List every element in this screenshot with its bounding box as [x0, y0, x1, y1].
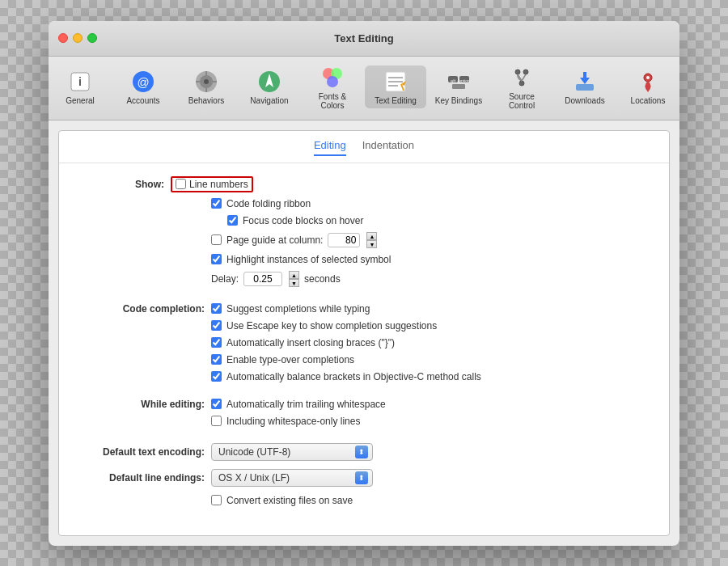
- while-editing-items: Automatically trim trailing whitespace I…: [211, 399, 386, 427]
- trim-whitespace-row: Automatically trim trailing whitespace: [211, 399, 386, 410]
- closing-braces-checkbox[interactable]: [211, 337, 222, 348]
- source-control-icon: [509, 65, 535, 91]
- close-button[interactable]: [58, 33, 68, 43]
- navigation-label: Navigation: [250, 96, 288, 105]
- svg-text:@: @: [137, 75, 149, 89]
- closing-braces-label: Automatically insert closing braces ("}"…: [226, 337, 395, 348]
- downloads-label: Downloads: [565, 96, 604, 105]
- suggest-completions-checkbox[interactable]: [211, 303, 222, 314]
- general-icon: i: [67, 69, 93, 95]
- text-editing-label: Text Editing: [375, 96, 417, 105]
- code-completion-items: Suggest completions while typing Use Esc…: [211, 303, 481, 382]
- closing-braces-row: Automatically insert closing braces ("}"…: [211, 337, 481, 348]
- toolbar-item-key-bindings[interactable]: alt option Key Bindings: [428, 65, 489, 108]
- page-guide-value[interactable]: [328, 233, 360, 247]
- balance-brackets-checkbox[interactable]: [211, 371, 222, 382]
- convert-files-row: Convert existing files on save: [211, 495, 637, 506]
- whitespace-only-label: Including whitespace-only lines: [226, 416, 360, 427]
- escape-key-checkbox[interactable]: [211, 320, 222, 331]
- type-over-label: Enable type-over completions: [226, 354, 354, 365]
- trim-whitespace-checkbox[interactable]: [211, 399, 222, 409]
- svg-rect-35: [583, 72, 586, 80]
- tab-editing[interactable]: Editing: [314, 139, 346, 156]
- line-numbers-label: Line numbers: [189, 179, 248, 190]
- line-endings-select-wrapper: OS X / Unix (LF) Classic Mac OS (CR) Win…: [211, 469, 373, 487]
- tab-indentation[interactable]: Indentation: [362, 139, 414, 156]
- svg-text:option: option: [459, 78, 470, 83]
- show-label: Show:: [91, 179, 164, 190]
- downloads-icon: [572, 69, 598, 95]
- toolbar-item-downloads[interactable]: Downloads: [554, 65, 616, 108]
- line-numbers-row: Show: Line numbers: [91, 176, 637, 192]
- convert-files-checkbox[interactable]: [211, 495, 222, 505]
- while-editing-section: While editing: Automatically trim traili…: [91, 399, 637, 427]
- traffic-lights: [58, 33, 97, 43]
- settings-content: Show: Line numbers Code folding ribbon F…: [59, 163, 669, 519]
- whitespace-only-checkbox[interactable]: [211, 416, 222, 426]
- focus-code-checkbox[interactable]: [227, 215, 238, 226]
- focus-code-label: Focus code blocks on hover: [243, 215, 363, 226]
- maximize-button[interactable]: [87, 33, 97, 43]
- general-label: General: [66, 96, 95, 105]
- code-completion-header: Code completion: Suggest completions whi…: [91, 303, 637, 382]
- encoding-label: Default text encoding:: [91, 446, 205, 458]
- focus-code-row: Focus code blocks on hover: [227, 215, 637, 226]
- page-guide-up[interactable]: ▲: [366, 232, 377, 240]
- svg-point-29: [519, 81, 524, 86]
- delay-prefix: Delay:: [211, 273, 239, 285]
- window-title: Text Editing: [334, 32, 393, 44]
- balance-brackets-label: Automatically balance brackets in Object…: [226, 371, 481, 382]
- svg-rect-33: [576, 84, 594, 91]
- type-over-row: Enable type-over completions: [211, 354, 481, 365]
- key-bindings-icon: alt option: [446, 69, 472, 95]
- escape-key-row: Use Escape key to show completion sugges…: [211, 320, 481, 332]
- while-editing-label: While editing:: [91, 399, 205, 410]
- delay-down[interactable]: ▼: [289, 279, 299, 287]
- encoding-row: Default text encoding: Unicode (UTF-8) U…: [91, 443, 637, 461]
- tabs: Editing Indentation: [59, 131, 669, 163]
- code-completion-label: Code completion:: [91, 303, 205, 315]
- line-endings-label: Default line endings:: [91, 472, 205, 484]
- escape-key-label: Use Escape key to show completion sugges…: [226, 320, 437, 332]
- main-window: Text Editing i General @ Accounts: [49, 21, 679, 546]
- whitespace-only-row: Including whitespace-only lines: [211, 416, 386, 427]
- svg-text:alt: alt: [451, 78, 456, 83]
- key-bindings-label: Key Bindings: [435, 96, 482, 105]
- page-guide-checkbox[interactable]: [211, 234, 222, 245]
- highlight-label: Highlight instances of selected symbol: [226, 254, 391, 265]
- line-numbers-checkbox[interactable]: [176, 179, 186, 189]
- toolbar-item-source-control[interactable]: Source Control: [491, 61, 552, 113]
- delay-up[interactable]: ▲: [289, 271, 299, 279]
- line-endings-select[interactable]: OS X / Unix (LF) Classic Mac OS (CR) Win…: [211, 469, 373, 487]
- svg-point-6: [204, 79, 209, 84]
- toolbar-item-fonts-colors[interactable]: Fonts & Colors: [302, 61, 363, 113]
- code-folding-label: Code folding ribbon: [226, 198, 311, 209]
- balance-brackets-row: Automatically balance brackets in Object…: [211, 371, 481, 382]
- svg-text:i: i: [78, 75, 82, 88]
- svg-rect-26: [452, 84, 465, 89]
- code-folding-row: Code folding ribbon: [211, 198, 637, 209]
- toolbar: i General @ Accounts: [49, 57, 679, 120]
- highlight-checkbox[interactable]: [211, 254, 222, 264]
- encoding-select[interactable]: Unicode (UTF-8) UTF-16 ASCII ISO Latin 1: [211, 443, 373, 461]
- toolbar-item-general[interactable]: i General: [49, 65, 111, 108]
- toolbar-item-behaviors[interactable]: Behaviors: [176, 65, 237, 108]
- suggest-completions-row: Suggest completions while typing: [211, 303, 481, 315]
- accounts-icon: @: [130, 69, 156, 95]
- toolbar-item-locations[interactable]: Locations: [617, 65, 679, 108]
- accounts-label: Accounts: [126, 96, 159, 105]
- page-guide-label: Page guide at column:: [226, 234, 323, 246]
- delay-value[interactable]: [243, 272, 282, 286]
- page-guide-down[interactable]: ▼: [366, 240, 377, 248]
- svg-point-37: [646, 76, 650, 79]
- fonts-colors-label: Fonts & Colors: [307, 92, 358, 110]
- toolbar-item-text-editing[interactable]: Text Editing: [365, 65, 426, 108]
- type-over-checkbox[interactable]: [211, 354, 222, 365]
- code-folding-checkbox[interactable]: [211, 198, 222, 209]
- locations-label: Locations: [631, 96, 666, 105]
- toolbar-item-navigation[interactable]: Navigation: [239, 65, 300, 108]
- minimize-button[interactable]: [73, 33, 83, 43]
- toolbar-item-accounts[interactable]: @ Accounts: [112, 65, 174, 108]
- delay-stepper: ▲ ▼: [289, 271, 299, 287]
- delay-row: Delay: ▲ ▼ seconds: [211, 271, 637, 287]
